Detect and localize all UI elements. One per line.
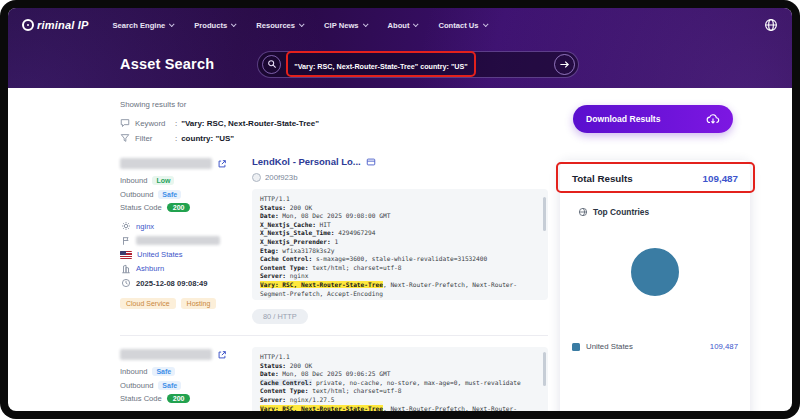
http-header-line: Status: 200 OK	[260, 362, 538, 371]
ip-row	[120, 349, 252, 360]
nav-item[interactable]: CIP News	[324, 21, 366, 30]
us-flag-icon	[120, 251, 132, 259]
country-row: United States	[120, 250, 252, 259]
summary-card: Total Results 109,487 Top Countries Unit…	[560, 160, 750, 411]
language-globe-icon[interactable]	[764, 18, 778, 32]
filter-label: Filter	[135, 134, 175, 143]
external-link-icon[interactable]	[217, 350, 227, 360]
scrollbar-thumb[interactable]	[543, 352, 546, 386]
server-name[interactable]: nginx	[136, 222, 154, 231]
chevron-down-icon	[362, 21, 368, 27]
http-header-line: HTTP/1.1	[260, 353, 538, 362]
status-code-label: Status Code	[120, 203, 162, 212]
http-header-line: Content Type: text/html; charset=utf-8	[260, 264, 538, 273]
tag-badge[interactable]: Hosting	[181, 298, 217, 309]
http-highlight: Vary: RSC, Next-Router-State-Tree	[260, 281, 383, 288]
outbound-badge: Safe	[158, 381, 181, 390]
http-value: private, no-cache, no-store, max-age=0, …	[312, 379, 521, 386]
http-header-line: Server: nginx/1.27.5	[260, 396, 538, 405]
criminalip-logo[interactable]: riminal IP	[22, 19, 89, 31]
http-key: X_Nextjs_Stale_Time:	[260, 229, 335, 236]
inbound-badge: Safe	[152, 367, 175, 376]
http-value: 4294967294	[335, 229, 376, 236]
inbound-badge: Low	[152, 176, 174, 185]
http-value: HTTP/1.1	[260, 353, 290, 360]
http-value: 1	[331, 238, 338, 245]
page-viewport: riminal IP Search Engine Products	[8, 8, 792, 411]
ip-row	[120, 158, 252, 169]
domain-row	[120, 236, 252, 246]
result-title[interactable]: LendKol - Personal Lo...	[252, 156, 361, 167]
outbound-row: Outbound Safe	[120, 190, 252, 199]
search-submit-button[interactable]	[554, 54, 575, 75]
port-protocol-badge[interactable]: 80 / HTTP	[252, 309, 308, 324]
scrollbar-thumb[interactable]	[543, 197, 546, 231]
http-value: 200 OK	[286, 204, 312, 211]
outbound-label: Outbound	[120, 190, 153, 199]
redacted-ip	[120, 158, 212, 169]
nav-item-label: Resources	[256, 21, 295, 30]
redacted-ip	[120, 349, 212, 360]
nav-item[interactable]: Contact Us	[438, 21, 486, 30]
logo-text: riminal IP	[37, 19, 89, 31]
showing-results-label: Showing results for	[120, 100, 548, 109]
clock-icon	[120, 278, 131, 288]
search-bar[interactable]: "Vary: RSC, Next-Router-State-Tree" coun…	[257, 51, 579, 78]
legend-swatch	[572, 343, 580, 351]
logo-c-icon	[22, 19, 34, 31]
status-code-badge: 200	[167, 203, 191, 212]
cloud-download-icon	[706, 113, 720, 125]
tags-row: Cloud Service Hosting	[120, 298, 252, 309]
http-header-line: Server: nginx	[260, 272, 538, 281]
outbound-label: Outbound	[120, 381, 153, 390]
search-query-input[interactable]: "Vary: RSC, Next-Router-State-Tree" coun…	[294, 62, 467, 71]
keyword-label: Keyword	[135, 119, 175, 128]
status-code-row: Status Code 200	[120, 394, 252, 403]
http-key: Status:	[260, 362, 286, 369]
speech-bubble-icon	[120, 118, 131, 128]
http-header-line: Cache Control: s-maxage=3600, stale-whil…	[260, 255, 538, 264]
country-filter-row: Filter : country: "US"	[120, 133, 548, 143]
tag-badge[interactable]: Cloud Service	[120, 298, 176, 309]
redacted-domain	[136, 236, 220, 245]
flag-icon	[120, 236, 131, 246]
chevron-down-icon	[231, 21, 237, 27]
download-results-button[interactable]: Download Results	[573, 105, 733, 133]
top-countries-donut-chart[interactable]	[631, 248, 679, 296]
outbound-row: Outbound Safe	[120, 381, 252, 390]
globe-icon	[578, 207, 588, 217]
legend-row[interactable]: United States 109,487	[572, 342, 738, 351]
nav-item-label: Products	[194, 21, 227, 30]
favicon-hash-row: 200f923b	[252, 173, 548, 182]
http-highlight: Vary: RSC, Next-Router-State-Tree	[260, 405, 383, 411]
result-item: Inbound Safe Outbound Safe Status Code 2…	[120, 335, 548, 411]
nav-item[interactable]: About	[388, 21, 418, 30]
http-key: Cache Control:	[260, 379, 312, 386]
legend-country: United States	[586, 342, 633, 351]
http-value: HIT	[316, 221, 331, 228]
nav-item[interactable]: Search Engine	[113, 21, 174, 30]
scan-timestamp: 2025-12-08 09:08:49	[136, 279, 207, 288]
http-banner-block: HTTP/1.1 Status: 200 OK Date: Mon, 08 De…	[252, 347, 548, 411]
http-key: Server:	[260, 396, 286, 403]
inbound-label: Inbound	[120, 176, 147, 185]
http-key: X_Nextjs_Cache:	[260, 221, 316, 228]
total-results-row: Total Results 109,487	[572, 173, 738, 184]
http-header-lines: HTTP/1.1 Status: 200 OK Date: Mon, 08 De…	[260, 195, 538, 298]
page-title: Asset Search	[120, 56, 214, 72]
external-link-icon[interactable]	[217, 159, 227, 169]
server-row: nginx	[120, 221, 252, 231]
city-name[interactable]: Ashburn	[136, 264, 164, 273]
http-banner-block: HTTP/1.1 Status: 200 OK Date: Mon, 08 De…	[252, 189, 548, 300]
nav-item[interactable]: Products	[194, 21, 235, 30]
funnel-icon	[120, 133, 131, 143]
nav-item[interactable]: Resources	[256, 21, 303, 30]
gear-icon	[120, 221, 131, 231]
result-title-row: LendKol - Personal Lo...	[252, 156, 548, 167]
http-key: Cache Control:	[260, 255, 312, 262]
result-meta-column: Inbound Low Outbound Safe Status Code 20…	[120, 156, 252, 324]
country-name[interactable]: United States	[137, 250, 183, 259]
result-item: Inbound Low Outbound Safe Status Code 20…	[120, 156, 548, 324]
total-results-label: Total Results	[572, 173, 633, 184]
filter-value: country: "US"	[181, 134, 234, 143]
